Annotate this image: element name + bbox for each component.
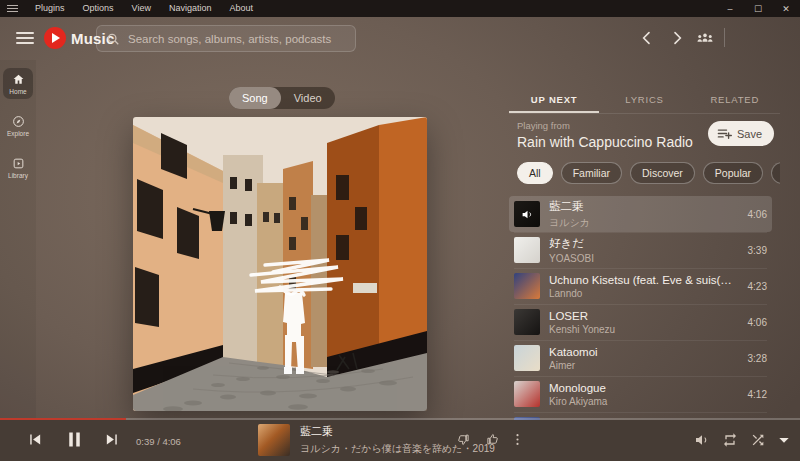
queue-song-duration: 4:23 (748, 281, 767, 292)
titlebar-menus: PluginsOptionsViewNavigationAbout (26, 0, 262, 17)
search-bar[interactable] (96, 25, 356, 52)
queue-meta: 好きだ YOASOBI (549, 236, 733, 264)
pause-button[interactable] (64, 429, 85, 450)
home-icon (12, 73, 25, 86)
minimize-button[interactable]: – (716, 0, 744, 17)
up-next-queue: 藍二乗 ヨルシカ 4:06 好きだ YOASOBI 3:39 (509, 196, 772, 420)
compass-icon (12, 115, 25, 128)
sidebar-item-label: Library (8, 172, 28, 179)
queue-row[interactable]: 藍二乗 ヨルシカ 4:06 (509, 196, 772, 232)
header-divider (724, 28, 725, 47)
dislike-button[interactable] (455, 432, 470, 447)
expand-player-icon[interactable] (776, 432, 792, 448)
queue-thumbnail (514, 381, 540, 407)
tab-up-next[interactable]: UP NEXT (509, 89, 599, 113)
queue-song-duration: 4:06 (748, 209, 767, 220)
queue-meta: LOSER Kenshi Yonezu (549, 310, 733, 335)
now-playing-thumbnail[interactable] (258, 424, 290, 456)
play-logo-icon (44, 27, 66, 49)
connect-icon[interactable] (694, 27, 716, 49)
queue-song-artist: Kenshi Yonezu (549, 324, 733, 335)
filter-chip[interactable]: All (517, 162, 553, 184)
queue-thumbnail (514, 309, 540, 335)
filter-chip[interactable]: Discover (630, 162, 695, 184)
forward-button[interactable] (666, 27, 688, 49)
titlebar: PluginsOptionsViewNavigationAbout – ☐ ✕ (0, 0, 800, 17)
more-options-icon[interactable] (510, 432, 525, 447)
queue-song-duration: 4:12 (748, 389, 767, 400)
toggle-song[interactable]: Song (229, 87, 281, 109)
queue-thumbnail (514, 345, 540, 371)
titlebar-menu-item[interactable]: Options (74, 0, 123, 17)
sidebar-item-label: Explore (7, 130, 29, 137)
playing-from: Playing from Rain with Cappuccino Radio (517, 120, 693, 150)
time-display: 0:39 / 4:06 (136, 436, 181, 447)
queue-meta: Kataomoi Aimer (549, 346, 733, 371)
repeat-icon[interactable] (722, 432, 738, 448)
titlebar-menu-item[interactable]: Plugins (26, 0, 74, 17)
seek-bar[interactable] (0, 418, 800, 420)
queue-thumbnail (514, 201, 540, 227)
right-panel-tabs: UP NEXT LYRICS RELATED (509, 89, 780, 114)
next-button[interactable] (104, 431, 121, 448)
queue-song-artist: Aimer (549, 360, 733, 371)
close-button[interactable]: ✕ (772, 0, 800, 17)
header: Music (0, 17, 800, 60)
queue-meta: 藍二乗 ヨルシカ (549, 199, 733, 230)
tab-related[interactable]: RELATED (690, 89, 780, 113)
queue-meta: Uchuno Kisetsu (feat. Eve & suis(from Yo… (549, 274, 733, 299)
menu-icon[interactable] (16, 32, 34, 44)
filter-chip[interactable]: Popular (703, 162, 763, 184)
queue-song-title: 藍二乗 (549, 199, 733, 214)
queue-song-title: Kataomoi (549, 346, 733, 358)
app-window: PluginsOptionsViewNavigationAbout – ☐ ✕ … (0, 0, 800, 461)
maximize-button[interactable]: ☐ (744, 0, 772, 17)
shuffle-icon[interactable] (750, 432, 766, 448)
playlist-add-icon (717, 127, 732, 140)
queue-song-artist: YOASOBI (549, 253, 733, 264)
queue-thumbnail (514, 237, 540, 263)
album-art[interactable] (133, 117, 427, 411)
sidebar-item-label: Home (9, 88, 26, 95)
playing-from-title[interactable]: Rain with Cappuccino Radio (517, 134, 693, 150)
search-input[interactable] (128, 33, 346, 45)
save-label: Save (737, 128, 762, 140)
queue-song-duration: 4:06 (748, 317, 767, 328)
previous-button[interactable] (26, 431, 43, 448)
filter-chips: AllFamiliarDiscoverPopularDeep cutsD (517, 162, 780, 186)
toggle-video[interactable]: Video (281, 87, 335, 109)
sidebar-item-library[interactable]: Library (3, 152, 33, 183)
like-button[interactable] (486, 432, 501, 447)
volume-icon[interactable] (694, 432, 710, 448)
seek-bar-fill (0, 418, 126, 420)
titlebar-menu-item[interactable]: View (123, 0, 160, 17)
window-controls: – ☐ ✕ (716, 0, 800, 17)
now-playing-speaker-icon (521, 208, 534, 221)
queue-song-artist: Kiro Akiyama (549, 396, 733, 407)
sidebar-item-home[interactable]: Home (3, 68, 33, 99)
filter-chip[interactable]: Familiar (561, 162, 622, 184)
queue-row[interactable]: 好きだ YOASOBI 3:39 (509, 232, 772, 268)
queue-song-artist: ヨルシカ (549, 216, 733, 230)
titlebar-menu-item[interactable]: About (220, 0, 262, 17)
queue-row[interactable]: Kataomoi Aimer 3:28 (509, 340, 772, 376)
queue-row[interactable]: LOSER Kenshi Yonezu 4:06 (509, 304, 772, 340)
library-icon (12, 157, 25, 170)
filter-chip[interactable]: Deep cuts (771, 162, 780, 184)
player-bar: 0:39 / 4:06 藍二乗 ヨルシカ・だから僕は音楽を辞めた・2019 (0, 420, 800, 461)
sidebar: Home Explore Library (0, 60, 36, 420)
queue-song-title: LOSER (549, 310, 733, 322)
queue-song-duration: 3:39 (748, 245, 767, 256)
search-icon (106, 32, 120, 46)
queue-row[interactable]: Uchuno Kisetsu (feat. Eve & suis(from Yo… (509, 268, 772, 304)
sidebar-item-explore[interactable]: Explore (3, 110, 33, 141)
queue-song-title: Monologue (549, 382, 733, 394)
tab-lyrics[interactable]: LYRICS (599, 89, 689, 113)
app-menu-icon[interactable] (7, 5, 18, 12)
queue-row[interactable]: Monologue Kiro Akiyama 4:12 (509, 376, 772, 412)
save-button[interactable]: Save (708, 121, 774, 146)
playing-from-label: Playing from (517, 120, 693, 131)
back-button[interactable] (636, 27, 658, 49)
titlebar-menu-item[interactable]: Navigation (160, 0, 221, 17)
song-video-toggle: Song Video (229, 87, 335, 109)
